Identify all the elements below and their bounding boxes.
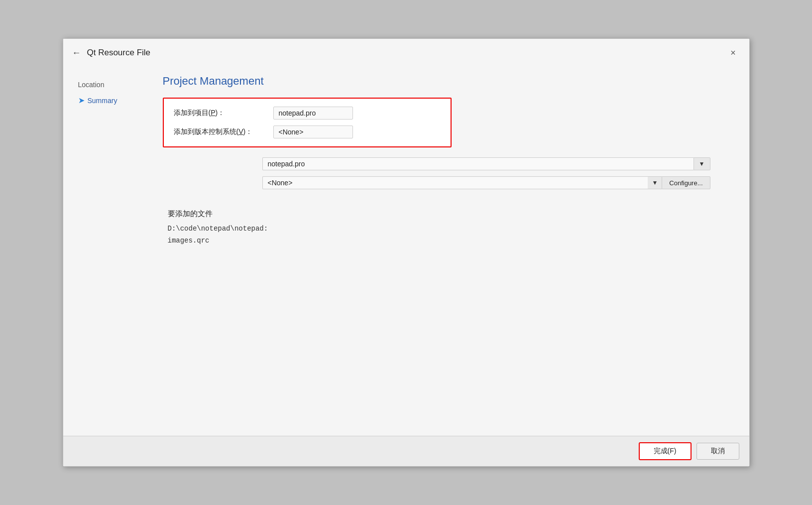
section-title: Project Management xyxy=(163,75,734,88)
files-heading: 要添加的文件 xyxy=(168,209,734,219)
dialog: ← Qt Resource File × Location ➤ Summary … xyxy=(63,38,750,467)
sidebar-arrow-icon: ➤ xyxy=(78,96,85,105)
vcs-full-row: ▼ Configure... xyxy=(163,176,710,189)
finish-button[interactable]: 完成(F) xyxy=(639,442,692,460)
back-button[interactable]: ← xyxy=(72,48,81,58)
title-bar: ← Qt Resource File × xyxy=(63,39,749,65)
project-management-box: 添加到项目(P)： notepad.pro 添加到版本控制系统(V)： <Non… xyxy=(163,98,452,147)
sidebar-item-summary-label: Summary xyxy=(88,97,117,105)
sidebar-item-location[interactable]: Location xyxy=(78,80,143,90)
close-button[interactable]: × xyxy=(726,46,740,60)
vcs-row: 添加到版本控制系统(V)： <None> xyxy=(174,126,441,138)
files-section: 要添加的文件 D:\code\notepad\notepad: images.q… xyxy=(163,209,734,245)
vcs-dropdown-group: ▼ Configure... xyxy=(262,176,710,189)
cancel-button[interactable]: 取消 xyxy=(696,443,739,460)
dialog-body: Location ➤ Summary Project Management 添加… xyxy=(63,65,749,436)
project-full-row: ▼ xyxy=(163,157,710,170)
vcs-dropdown-button[interactable]: ▼ xyxy=(648,176,662,189)
title-bar-left: ← Qt Resource File xyxy=(72,48,151,58)
sidebar-item-summary[interactable]: ➤ Summary xyxy=(78,95,143,106)
vcs-input[interactable] xyxy=(262,176,648,189)
dialog-title: Qt Resource File xyxy=(87,48,151,58)
vcs-label: 添加到版本控制系统(V)： xyxy=(174,127,273,136)
file-name: images.qrc xyxy=(168,237,734,245)
project-label: 添加到项目(P)： xyxy=(174,109,273,118)
configure-button[interactable]: Configure... xyxy=(662,176,710,189)
project-value: notepad.pro xyxy=(273,107,353,120)
project-row: 添加到项目(P)： notepad.pro xyxy=(174,107,441,120)
project-dropdown-group: ▼ xyxy=(262,157,710,170)
file-path: D:\code\notepad\notepad: xyxy=(168,225,734,233)
sidebar: Location ➤ Summary xyxy=(63,65,153,436)
main-content: Project Management 添加到项目(P)： notepad.pro… xyxy=(153,65,749,436)
project-dropdown-button[interactable]: ▼ xyxy=(694,157,710,170)
sidebar-item-location-label: Location xyxy=(78,81,105,89)
project-input[interactable] xyxy=(262,157,694,170)
dialog-footer: 完成(F) 取消 xyxy=(63,436,749,466)
vcs-value: <None> xyxy=(273,126,353,138)
